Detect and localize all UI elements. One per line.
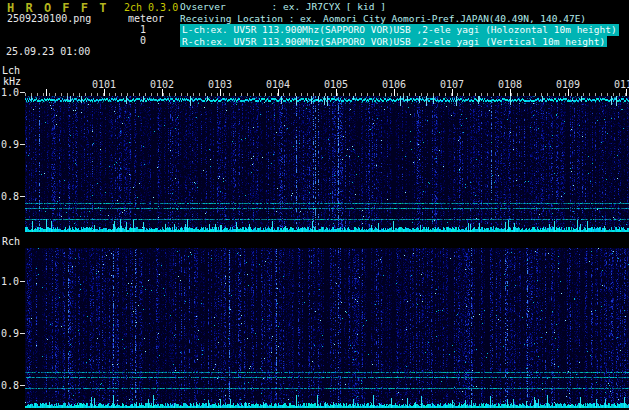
timestamp-label: 25.09.23 01:00 [6,46,90,57]
filename-label: 2509230100.png [7,13,91,24]
location-line: Receiving Location : ex. Aomori City Aom… [180,13,586,25]
app-root: H R O F F T 2ch 0.3.0 2509230100.png met… [0,0,629,410]
freq-tick-label: 0.9 [1,139,19,150]
freq-tick-label: 1.0 [1,87,19,98]
lch-info-line: L-ch:ex. UV5R 113.900Mhz(SAPPORO VOR)USB… [180,24,619,36]
rch-axis-label: Rch [2,236,20,247]
rch-info-line: R-ch:ex. UV5R 113.900Mhz(SAPPORO VOR)USB… [180,36,607,48]
khz-unit-label: kHz [3,76,21,87]
lch-spectrogram [25,96,629,232]
mode-label: meteor [128,13,164,24]
freq-tick-label: 0.8 [1,380,19,391]
observer-line: Ovserver : ex. JR7CYX [ kid ] [180,1,386,13]
freq-tick-dash [20,92,25,93]
station-info: Ovserver : ex. JR7CYX [ kid ] Receiving … [180,1,619,47]
freq-tick-label: 0.8 [1,191,19,202]
lch-meteor-count: 1 [130,24,146,35]
version-label: 2ch 0.3.0 [124,2,178,13]
freq-tick-label: 0.9 [1,328,19,339]
rch-meteor-count: 0 [130,35,146,46]
rch-spectrogram [25,248,629,408]
freq-tick-label: 1.0 [1,276,19,287]
lch-axis-label: Lch [2,65,20,76]
